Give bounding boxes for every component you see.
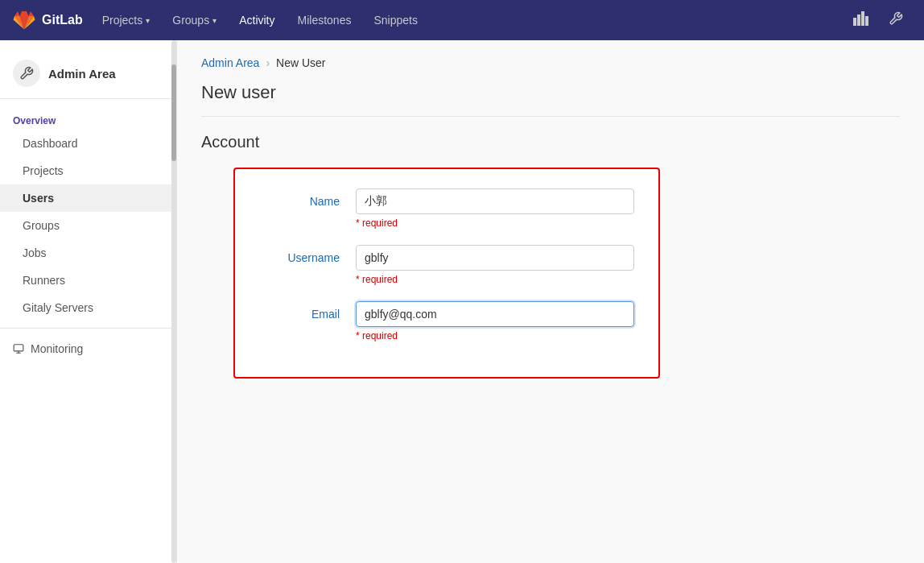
name-required: * required [356, 217, 634, 229]
name-row: Name * required [259, 188, 634, 229]
sidebar-item-monitoring[interactable]: Monitoring [0, 335, 176, 362]
scrollbar[interactable] [171, 40, 176, 563]
monitoring-label: Monitoring [31, 342, 83, 355]
nav-milestones-label: Milestones [298, 14, 352, 27]
sidebar-item-users[interactable]: Users [0, 184, 176, 212]
name-label: Name [259, 188, 340, 208]
username-row: Username * required [259, 245, 634, 285]
sidebar-item-runners-label: Runners [23, 274, 65, 287]
sidebar-item-jobs-label: Jobs [23, 246, 47, 259]
scrollbar-thumb [171, 64, 176, 161]
email-row: Email * required [259, 301, 634, 342]
sidebar-divider [0, 328, 176, 329]
nav-activity[interactable]: Activity [229, 9, 284, 31]
nav-projects-label: Projects [102, 14, 143, 27]
sidebar-item-dashboard[interactable]: Dashboard [0, 130, 176, 157]
sidebar-item-users-label: Users [23, 192, 54, 205]
username-label: Username [259, 245, 340, 264]
admin-area-icon [13, 60, 40, 87]
sidebar-item-projects-label: Projects [23, 164, 64, 177]
svg-rect-0 [853, 18, 856, 26]
email-required: * required [356, 330, 634, 342]
account-section-title: Account [201, 133, 900, 151]
sidebar-item-groups[interactable]: Groups [0, 212, 176, 239]
name-field-group: Name * required [259, 188, 634, 229]
breadcrumb: Admin Area › New User [201, 56, 900, 69]
sidebar-item-gitaly-servers[interactable]: Gitaly Servers [0, 294, 176, 321]
username-field: * required [356, 245, 634, 285]
username-field-group: Username * required [259, 245, 634, 285]
svg-rect-2 [861, 11, 864, 26]
top-navigation: GitLab Projects ▾ Groups ▾ Activity Mile… [0, 0, 924, 40]
username-input[interactable] [356, 245, 634, 271]
sidebar-title: Admin Area [48, 67, 116, 81]
main-content: Admin Area › New User New user Account N… [177, 40, 924, 563]
nav-snippets[interactable]: Snippets [364, 9, 427, 31]
breadcrumb-separator: › [266, 56, 270, 69]
email-field-group: Email * required [259, 301, 634, 342]
sidebar: Admin Area Overview Dashboard Projects U… [0, 40, 177, 563]
sidebar-item-groups-label: Groups [23, 219, 60, 232]
sidebar-item-gitaly-servers-label: Gitaly Servers [23, 301, 93, 314]
brand-name: GitLab [42, 13, 83, 27]
sidebar-item-dashboard-label: Dashboard [23, 137, 78, 150]
nav-snippets-label: Snippets [373, 14, 417, 27]
sidebar-item-runners[interactable]: Runners [0, 267, 176, 294]
nav-groups[interactable]: Groups ▾ [163, 9, 226, 31]
name-input[interactable] [356, 188, 634, 214]
username-required: * required [356, 274, 634, 285]
overview-section-label: Overview [0, 107, 176, 130]
email-label: Email [259, 301, 340, 321]
brand-logo[interactable]: GitLab [13, 9, 83, 31]
nav-milestones[interactable]: Milestones [288, 9, 361, 31]
sidebar-header: Admin Area [0, 48, 176, 99]
svg-rect-4 [14, 345, 23, 351]
nav-groups-label: Groups [172, 14, 209, 27]
nav-activity-label: Activity [239, 14, 274, 27]
wrench-icon[interactable] [881, 6, 911, 34]
chevron-down-icon: ▾ [146, 16, 150, 25]
stats-icon[interactable] [845, 6, 877, 34]
nav-projects[interactable]: Projects ▾ [93, 9, 160, 31]
breadcrumb-current: New User [276, 56, 325, 69]
breadcrumb-parent[interactable]: Admin Area [201, 56, 259, 69]
svg-rect-1 [857, 14, 860, 26]
sidebar-item-projects[interactable]: Projects [0, 157, 176, 184]
email-field: * required [356, 301, 634, 342]
svg-rect-3 [865, 16, 868, 26]
chevron-down-icon: ▾ [212, 16, 217, 25]
monitor-icon [13, 343, 24, 354]
page-title: New user [201, 82, 900, 117]
name-field: * required [356, 188, 634, 229]
new-user-form: Name * required Username * required [233, 168, 660, 379]
sidebar-item-jobs[interactable]: Jobs [0, 239, 176, 267]
email-input[interactable] [356, 301, 634, 327]
